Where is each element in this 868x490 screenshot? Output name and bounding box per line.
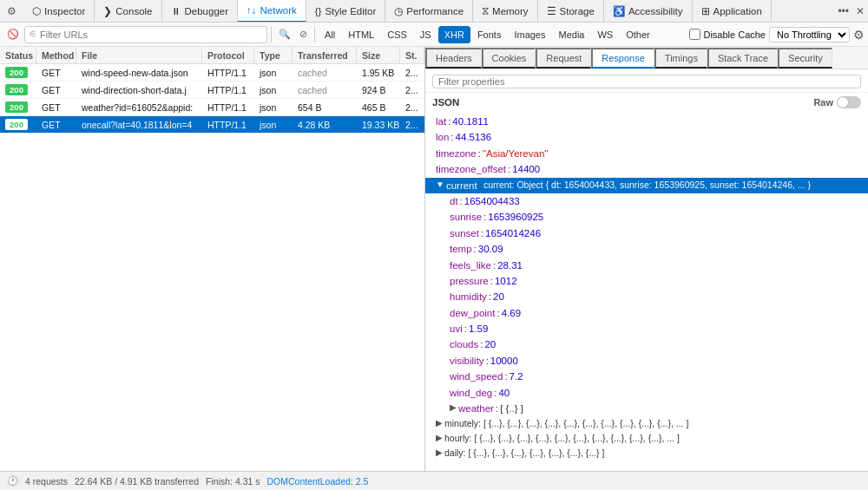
json-property-weather[interactable]: ▶ weather: [ {..} ]: [432, 401, 861, 416]
storage-icon: ☰: [547, 5, 556, 17]
more-tools-btn[interactable]: •••: [834, 3, 852, 19]
table-row[interactable]: 200 GET wind-direction-short-data.j HTTP…: [0, 82, 424, 99]
json-property-clouds[interactable]: clouds: 20: [432, 336, 861, 352]
type-html[interactable]: HTML: [342, 26, 380, 43]
response-filter-bar: [425, 73, 868, 93]
table-row[interactable]: 200 GET wind-speed-new-data.json HTTP/1.…: [0, 64, 424, 82]
tab-request[interactable]: Request: [536, 48, 591, 69]
tab-application[interactable]: ⊞ Application: [693, 0, 772, 23]
json-property-visibility[interactable]: visibility: 10000: [432, 353, 861, 369]
json-property-timezone[interactable]: timezone: "Asia/Yerevan": [432, 146, 861, 161]
json-property-sunrise[interactable]: sunrise: 1653960925: [432, 209, 861, 225]
st-cell: 2...: [400, 99, 424, 115]
size-cell: 19.33 KB: [357, 116, 400, 133]
close-devtools-btn[interactable]: ✕: [852, 3, 868, 19]
size-info: 22.64 KB / 4.91 KB transferred: [75, 476, 199, 487]
type-all[interactable]: All: [319, 26, 341, 43]
type-images[interactable]: Images: [508, 26, 551, 43]
th-type: Type: [254, 47, 293, 63]
tab-timings[interactable]: Timings: [654, 48, 707, 69]
type-fonts[interactable]: Fonts: [471, 26, 508, 43]
search-btn[interactable]: 🔍: [275, 27, 294, 42]
tab-debugger[interactable]: ⏸ Debugger: [162, 0, 239, 23]
file-cell: weather?id=616052&appid:: [76, 99, 202, 115]
clear-log-btn[interactable]: 🚫: [3, 27, 23, 42]
json-property-dt[interactable]: dt: 1654004433: [432, 193, 861, 209]
network-icon: ↑↓: [247, 5, 257, 16]
st-cell: 2...: [400, 82, 424, 98]
tab-cookies[interactable]: Cookies: [482, 48, 536, 69]
performance-label: Performance: [406, 6, 464, 16]
json-property-wind-deg[interactable]: wind_deg: 40: [432, 385, 861, 401]
tab-response[interactable]: Response: [591, 48, 654, 69]
tab-security[interactable]: Security: [778, 48, 832, 69]
type-js[interactable]: JS: [414, 26, 437, 43]
filter-input[interactable]: [40, 29, 263, 40]
tab-network[interactable]: ↑↓ Network: [238, 0, 306, 23]
type-media[interactable]: Media: [552, 26, 590, 43]
disable-cache-wrap: Disable Cache: [689, 29, 766, 40]
status-badge: 200: [0, 64, 36, 81]
application-label: Application: [713, 6, 762, 16]
tab-memory[interactable]: ⧖ Memory: [473, 0, 538, 23]
json-property-temp[interactable]: temp: 30.09: [432, 241, 861, 257]
json-property-daily[interactable]: ▶ daily: [ {...}, {...}, {...}, {...}, {…: [432, 446, 861, 461]
method-cell: GET: [36, 64, 76, 81]
tab-headers[interactable]: Headers: [425, 48, 482, 69]
tab-style-editor[interactable]: {} Style Editor: [306, 0, 386, 23]
json-property-uvi[interactable]: uvi: 1.59: [432, 321, 861, 336]
network-settings-btn[interactable]: ⚙: [853, 28, 865, 42]
performance-icon: ◷: [394, 5, 403, 17]
table-row[interactable]: 200 GET weather?id=616052&appid: HTTP/1.…: [0, 99, 424, 116]
debugger-icon: ⏸: [171, 6, 181, 16]
block-btn[interactable]: ⊘: [296, 27, 311, 42]
raw-toggle-track[interactable]: [837, 96, 861, 108]
tab-console[interactable]: ❯ Console: [95, 0, 161, 23]
status-badge: 200: [0, 99, 36, 115]
type-xhr[interactable]: XHR: [438, 26, 470, 43]
throttle-select[interactable]: No Throttling: [769, 27, 850, 42]
debugger-label: Debugger: [185, 6, 229, 16]
json-property-humidity[interactable]: humidity: 20: [432, 289, 861, 304]
toolbar-left: ⚙: [0, 3, 23, 19]
tab-stack-trace[interactable]: Stack Trace: [707, 48, 778, 69]
style-editor-label: Style Editor: [325, 6, 376, 16]
tab-performance[interactable]: ◷ Performance: [385, 0, 473, 23]
response-filter-input[interactable]: [432, 75, 861, 88]
filter-separator: [271, 27, 272, 42]
disable-cache-checkbox[interactable]: [689, 29, 700, 40]
json-property-hourly[interactable]: ▶ hourly: [ {...}, {...}, {...}, {...}, …: [432, 431, 861, 446]
top-toolbar: ⚙ ⬡ Inspector ❯ Console ⏸ Debugger ↑↓ Ne…: [0, 0, 868, 23]
console-icon: ❯: [103, 5, 112, 17]
json-property-lat[interactable]: lat: 40.1811: [432, 114, 861, 129]
transferred-cell: 654 B: [293, 99, 357, 115]
accessibility-label: Accessibility: [628, 6, 683, 16]
tab-inspector[interactable]: ⬡ Inspector: [23, 0, 95, 23]
style-editor-icon: {}: [315, 6, 322, 16]
json-property-lon[interactable]: lon: 44.5136: [432, 129, 861, 145]
json-property-minutely[interactable]: ▶ minutely: [ {...}, {...}, {...}, {...}…: [432, 416, 861, 431]
json-tree: lat: 40.1811 lon: 44.5136 timezone: "Asi…: [425, 112, 868, 462]
json-property-current[interactable]: ▼ current: current: Object { dt: 1654004…: [425, 178, 868, 193]
json-property-timezone-offset[interactable]: timezone_offset: 14400: [432, 161, 861, 177]
requests-count: 4 requests: [25, 476, 68, 487]
type-css[interactable]: CSS: [381, 26, 413, 43]
devtools-icon-btn[interactable]: ⚙: [3, 3, 20, 19]
file-cell: wind-speed-new-data.json: [76, 64, 202, 81]
application-icon: ⊞: [701, 5, 710, 17]
th-method: Method: [36, 47, 76, 63]
type-ws[interactable]: WS: [591, 26, 619, 43]
json-property-pressure[interactable]: pressure: 1012: [432, 273, 861, 289]
response-panel: Headers Cookies Request Response Timings…: [425, 47, 868, 471]
tab-storage[interactable]: ☰ Storage: [538, 0, 604, 23]
json-property-dew-point[interactable]: dew_point: 4.69: [432, 305, 861, 321]
table-row-selected[interactable]: 200 GET onecall?lat=40.1811&lon=4 HTTP/1…: [0, 116, 424, 134]
inspector-icon: ⬡: [32, 5, 41, 17]
memory-label: Memory: [492, 6, 529, 16]
type-other[interactable]: Other: [620, 26, 656, 43]
json-property-feels-like[interactable]: feels_like: 28.31: [432, 258, 861, 273]
json-property-sunset[interactable]: sunset: 1654014246: [432, 225, 861, 241]
json-property-wind-speed[interactable]: wind_speed: 7.2: [432, 369, 861, 384]
type-filter-buttons: All HTML CSS JS XHR Fonts Images Media W…: [319, 26, 656, 43]
tab-accessibility[interactable]: ♿ Accessibility: [604, 0, 693, 23]
